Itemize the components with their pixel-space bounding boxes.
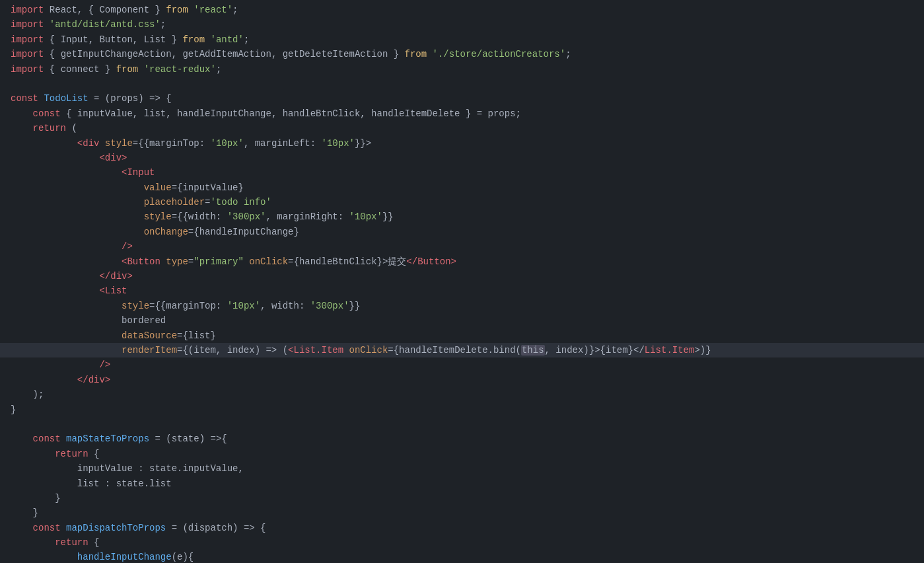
line-31-content: return { [11,447,913,461]
code-line-31: return { [0,447,924,461]
line-17-content: /> [11,239,913,254]
code-line-20: <List [0,283,924,298]
code-line-3: import { Input, Button, List } from 'ant… [0,32,924,47]
code-line-38: handleInputChange(e){ [0,550,924,563]
line-27-content: ); [11,387,913,402]
line-32-content: inputValue : state.inputValue, [11,461,913,476]
code-line-23: dataSource={list} [0,328,924,343]
code-line-17: /> [0,239,924,254]
code-editor: import React, { Component } from 'react'… [0,0,924,563]
code-line-8: const { inputValue, list, handleInputCha… [0,106,924,121]
line-35-content: } [11,506,913,520]
line-37-content: return { [11,535,913,550]
line-8-content: const { inputValue, list, handleInputCha… [11,106,913,121]
code-line-22: bordered [0,313,924,328]
line-10-content: <div style={{marginTop: '10px', marginLe… [11,136,913,151]
code-line-27: ); [0,387,924,402]
code-line-2: import 'antd/dist/antd.css'; [0,17,924,32]
line-36-content: const mapDispatchToProps = (dispatch) =>… [11,521,913,535]
code-line-37: return { [0,535,924,550]
line-19-content: </div> [11,269,913,283]
code-line-9: return ( [0,121,924,135]
line-7-content: const TodoList = (props) => { [11,91,913,106]
line-21-content: style={{marginTop: '10px', width: '300px… [11,299,913,313]
line-25-content: /> [11,357,913,372]
code-line-14: placeholder='todo info' [0,195,924,209]
code-line-35: } [0,506,924,520]
line-15-content: style={{width: '300px', marginRight: '10… [11,209,913,224]
line-28-content: } [11,402,913,417]
line-38-content: handleInputChange(e){ [11,550,913,563]
code-line-32: inputValue : state.inputValue, [0,461,924,476]
line-22-content: bordered [11,313,913,328]
line-16-content: onChange={handleInputChange} [11,225,913,239]
line-14-content: placeholder='todo info' [11,195,913,209]
code-line-12: <Input [0,165,924,180]
code-line-6 [0,77,924,91]
code-line-7: const TodoList = (props) => { [0,91,924,106]
line-6-content [11,77,913,91]
code-line-15: style={{width: '300px', marginRight: '10… [0,209,924,224]
line-3-content: import { Input, Button, List } from 'ant… [11,32,913,47]
code-line-13: value={inputValue} [0,180,924,195]
code-line-28: } [0,402,924,417]
line-26-content: </div> [11,373,913,387]
code-line-19: </div> [0,269,924,283]
line-24-content: renderItem={(item, index) => (<List.Item… [11,343,913,357]
code-line-5: import { connect } from 'react-redux'; [0,62,924,77]
code-line-24: renderItem={(item, index) => (<List.Item… [0,343,924,357]
code-line-36: const mapDispatchToProps = (dispatch) =>… [0,521,924,535]
line-12-content: <Input [11,165,913,180]
line-4-content: import { getInputChangeAction, getAddIte… [11,47,913,61]
line-2-content: import 'antd/dist/antd.css'; [11,17,913,32]
line-11-content: <div> [11,151,913,165]
code-line-33: list : state.list [0,476,924,491]
line-34-content: } [11,491,913,506]
code-line-25: /> [0,357,924,372]
code-line-18: <Button type="primary" onClick={handleBt… [0,254,924,269]
line-30-content: const mapStateToProps = (state) =>{ [11,432,913,446]
line-5-content: import { connect } from 'react-redux'; [11,62,913,77]
line-9-content: return ( [11,121,913,135]
line-18-content: <Button type="primary" onClick={handleBt… [11,254,913,269]
line-20-content: <List [11,283,913,298]
code-line-10: <div style={{marginTop: '10px', marginLe… [0,136,924,151]
code-line-1: import React, { Component } from 'react'… [0,3,924,17]
line-23-content: dataSource={list} [11,328,913,343]
code-line-11: <div> [0,151,924,165]
code-line-34: } [0,491,924,506]
line-33-content: list : state.list [11,476,913,491]
line-1-content: import React, { Component } from 'react'… [11,3,913,17]
code-line-4: import { getInputChangeAction, getAddIte… [0,47,924,61]
code-line-30: const mapStateToProps = (state) =>{ [0,432,924,446]
code-line-16: onChange={handleInputChange} [0,225,924,239]
code-line-26: </div> [0,373,924,387]
code-line-29 [0,417,924,432]
line-29-content [11,417,913,432]
code-line-21: style={{marginTop: '10px', width: '300px… [0,299,924,313]
line-13-content: value={inputValue} [11,180,913,195]
